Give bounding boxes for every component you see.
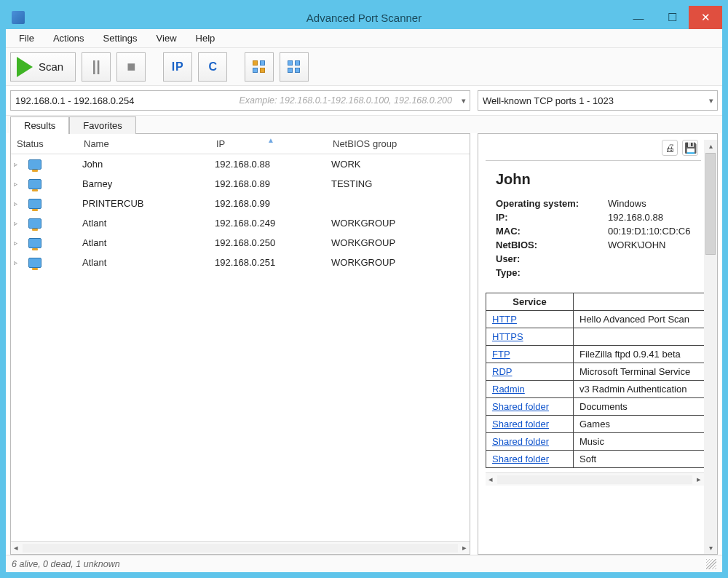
app-window: Advanced Port Scanner — ☐ ✕ File Actions… <box>0 0 728 578</box>
service-desc: FileZilla ftpd 0.9.41 beta <box>574 346 704 363</box>
table-row[interactable]: ▹Atlant192.168.0.249WORKGROUP <box>11 213 470 233</box>
menu-file[interactable]: File <box>10 31 43 46</box>
stop-button[interactable]: ■ <box>116 52 146 82</box>
scroll-right-icon: ▸ <box>462 543 467 553</box>
menubar: File Actions Settings View Help <box>6 29 722 48</box>
label-netbios: NetBIOS: <box>496 239 608 250</box>
table-row[interactable]: ▹Barney192.168.0.89TESTING <box>11 174 470 194</box>
computer-icon <box>28 199 41 209</box>
scroll-thumb[interactable] <box>705 153 716 255</box>
service-row: Radminv3 Radmin Authentication <box>486 381 704 398</box>
print-button[interactable]: 🖨 <box>662 140 678 156</box>
service-link[interactable]: RDP <box>492 366 512 377</box>
col-name[interactable]: Name <box>84 138 216 149</box>
network-tree-icon <box>251 59 267 75</box>
detail-pane: 🖨 💾 John Operating system:Windows IP:192… <box>478 133 718 555</box>
ports-input[interactable]: Well-known TCP ports 1 - 1023 ▾ <box>478 90 718 111</box>
scan-label: Scan <box>39 60 63 73</box>
toolbar: Scan || ■ IP C <box>6 48 722 86</box>
service-row: FTPFileZilla ftpd 0.9.41 beta <box>486 346 704 363</box>
tabs: Results Favorites <box>6 116 722 133</box>
sort-asc-icon: ▲ <box>267 136 274 144</box>
scan-button[interactable]: Scan <box>10 52 76 82</box>
service-link[interactable]: FTP <box>492 349 510 360</box>
label-ip: IP: <box>496 212 608 223</box>
ip-range-input[interactable]: 192.168.0.1 - 192.168.0.254 Example: 192… <box>10 90 470 111</box>
scroll-right-icon: ▸ <box>697 475 701 484</box>
service-desc: Microsoft Terminal Service <box>574 363 704 380</box>
table-row[interactable]: ▹John192.168.0.88WORK <box>11 154 470 174</box>
expander-icon[interactable]: ▹ <box>14 239 24 247</box>
menu-actions[interactable]: Actions <box>44 31 93 46</box>
host-name: John <box>486 168 704 197</box>
value-type <box>608 267 704 278</box>
ip-button[interactable]: IP <box>163 52 192 82</box>
service-link[interactable]: HTTPS <box>492 331 523 342</box>
service-link[interactable]: HTTP <box>492 314 517 325</box>
computer-icon <box>28 218 41 229</box>
chevron-down-icon: ▾ <box>709 96 713 106</box>
service-link[interactable]: Radmin <box>492 384 525 395</box>
stop-icon: ■ <box>127 58 135 75</box>
cell-name: Atlant <box>82 218 215 229</box>
services-header: Service <box>486 293 574 310</box>
cell-ip: 192.168.0.89 <box>215 178 331 189</box>
service-link[interactable]: Shared folder <box>492 454 549 464</box>
chevron-down-icon: ▾ <box>462 96 466 106</box>
service-link[interactable]: Shared folder <box>492 436 549 447</box>
expander-icon[interactable]: ▹ <box>14 199 24 207</box>
expander-icon[interactable]: ▹ <box>14 258 24 266</box>
menu-help[interactable]: Help <box>187 31 224 46</box>
range-row: 192.168.0.1 - 192.168.0.254 Example: 192… <box>6 86 722 116</box>
expander-icon[interactable]: ▹ <box>14 180 24 188</box>
resize-grip[interactable] <box>706 559 716 569</box>
tab-favorites[interactable]: Favorites <box>69 116 135 134</box>
table-row[interactable]: ▹Atlant192.168.0.251WORKGROUP <box>11 253 470 272</box>
results-pane: Status Name IP ▲ NetBIOS group ▹John192.… <box>10 133 470 555</box>
c-button[interactable]: C <box>198 52 227 82</box>
network-list-button[interactable] <box>280 52 309 82</box>
service-desc: Games <box>574 416 704 432</box>
cell-ip: 192.168.0.249 <box>215 218 331 229</box>
status-text: 6 alive, 0 dead, 1 unknown <box>12 559 120 569</box>
pause-button[interactable]: || <box>82 52 111 82</box>
col-status[interactable]: Status <box>14 138 84 149</box>
cell-netbios: WORKGROUP <box>331 237 470 248</box>
h-scrollbar[interactable]: ◂ ▸ <box>11 541 470 554</box>
cell-netbios: WORK <box>331 159 470 170</box>
service-link[interactable]: Shared folder <box>492 419 549 429</box>
results-header: Status Name IP ▲ NetBIOS group <box>11 134 470 154</box>
menu-settings[interactable]: Settings <box>95 31 146 46</box>
computer-icon <box>28 258 41 268</box>
cell-netbios: TESTING <box>331 178 470 189</box>
cell-ip: 192.168.0.88 <box>215 159 331 170</box>
maximize-button[interactable]: ☐ <box>655 6 689 29</box>
scroll-down-icon: ▾ <box>709 544 713 552</box>
menu-view[interactable]: View <box>148 31 186 46</box>
cell-name: Atlant <box>82 257 215 268</box>
tab-results[interactable]: Results <box>10 116 69 134</box>
col-ip[interactable]: IP ▲ <box>216 138 333 149</box>
computer-icon <box>28 159 41 170</box>
value-mac: 00:19:D1:10:CD:C6 <box>608 226 704 237</box>
network-tree-button[interactable] <box>245 52 274 82</box>
expander-icon[interactable]: ▹ <box>14 160 24 168</box>
save-button[interactable]: 💾 <box>682 140 698 156</box>
content: Status Name IP ▲ NetBIOS group ▹John192.… <box>6 133 722 555</box>
service-row: HTTPS <box>486 328 704 346</box>
close-button[interactable]: ✕ <box>689 6 722 29</box>
value-netbios: WORK\JOHN <box>608 239 704 250</box>
save-icon: 💾 <box>684 142 697 154</box>
detail-h-scrollbar[interactable]: ◂ ▸ <box>486 472 704 486</box>
titlebar: Advanced Port Scanner — ☐ ✕ <box>6 6 722 29</box>
col-netbios[interactable]: NetBIOS group <box>333 138 470 149</box>
pause-icon: || <box>92 58 100 75</box>
detail-v-scrollbar[interactable]: ▴ ▾ <box>704 140 717 554</box>
service-desc: Music <box>574 433 704 450</box>
minimize-button[interactable]: — <box>622 6 655 29</box>
scroll-track <box>497 475 692 484</box>
table-row[interactable]: ▹Atlant192.168.0.250WORKGROUP <box>11 233 470 253</box>
service-link[interactable]: Shared folder <box>492 401 549 412</box>
table-row[interactable]: ▹PRINTERCUB192.168.0.99 <box>11 194 470 213</box>
expander-icon[interactable]: ▹ <box>14 219 24 227</box>
